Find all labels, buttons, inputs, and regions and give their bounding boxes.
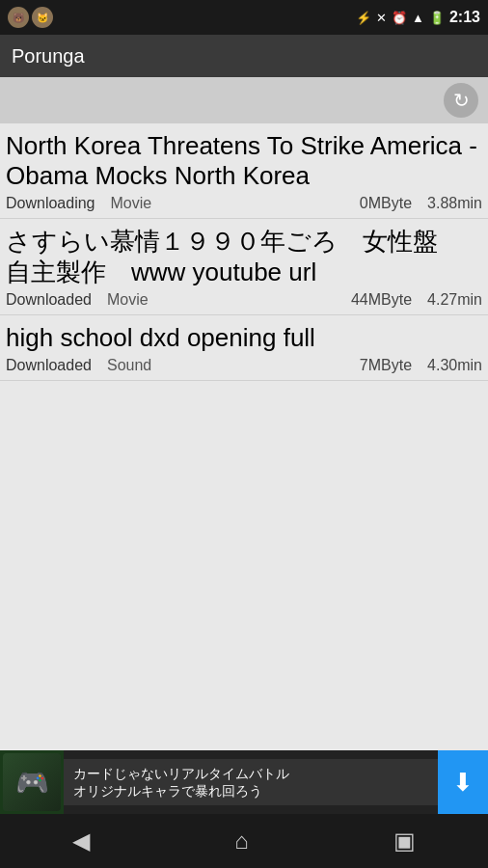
- status-icons: ⚡ ✕ ⏰ ▲ 🔋 2:13: [356, 9, 480, 26]
- recents-icon: ▣: [393, 827, 416, 854]
- item-1-title: North Korea Threatens To Strike America …: [6, 131, 482, 191]
- item-3-title: high school dxd opening full: [6, 323, 482, 353]
- item-3-meta: Downloaded Sound 7MByte 4.30min: [6, 357, 482, 374]
- ad-image: 🎮: [0, 750, 64, 814]
- item-2-duration: 4.27min: [427, 291, 482, 309]
- download-item-1[interactable]: North Korea Threatens To Strike America …: [0, 123, 488, 219]
- ad-download-button[interactable]: ⬇: [438, 750, 488, 814]
- back-button[interactable]: ◀: [53, 818, 109, 864]
- download-item-3[interactable]: high school dxd opening full Downloaded …: [0, 315, 488, 381]
- app-title: Porunga: [12, 45, 85, 68]
- item-1-meta: Downloading Movie 0MByte 3.88min: [6, 195, 482, 212]
- item-1-type: Movie: [111, 195, 152, 212]
- ad-game-icon: 🎮: [3, 753, 61, 811]
- ad-text-area: カードじゃないリアルタイムバトル オリジナルキャラで暴れ回ろう: [64, 759, 438, 805]
- ad-banner[interactable]: 🎮 カードじゃないリアルタイムバトル オリジナルキャラで暴れ回ろう ⬇: [0, 750, 488, 814]
- refresh-area: ↻: [0, 77, 488, 123]
- signal-icon: ✕: [376, 11, 387, 25]
- item-2-status: Downloaded: [6, 291, 92, 309]
- avatar-icons: 🐻 🐱: [8, 7, 53, 28]
- home-button[interactable]: ⌂: [215, 818, 268, 864]
- alarm-icon: ⏰: [392, 11, 407, 25]
- bottom-navigation: ◀ ⌂ ▣: [0, 814, 488, 868]
- battery-icon: 🔋: [429, 11, 445, 25]
- item-3-type: Sound: [107, 357, 151, 374]
- bluetooth-icon: ⚡: [356, 11, 371, 25]
- item-2-type: Movie: [107, 291, 149, 309]
- ad-line-1: カードじゃないリアルタイムバトル: [73, 765, 428, 782]
- clock: 2:13: [449, 9, 480, 26]
- item-2-size: 44MByte: [351, 291, 412, 309]
- download-item-2[interactable]: さすらい慕情１９９０年ごろ 女性盤 自主製作 www youtube url D…: [0, 219, 488, 314]
- item-3-status: Downloaded: [6, 357, 92, 374]
- download-arrow-icon: ⬇: [452, 768, 474, 798]
- recents-button[interactable]: ▣: [374, 818, 435, 864]
- wifi-icon: ▲: [412, 11, 424, 25]
- ad-line-2: オリジナルキャラで暴れ回ろう: [73, 782, 428, 800]
- item-3-duration: 4.30min: [427, 357, 482, 374]
- item-1-status: Downloading: [6, 195, 95, 212]
- status-bar: 🐻 🐱 ⚡ ✕ ⏰ ▲ 🔋 2:13: [0, 0, 488, 35]
- item-1-duration: 3.88min: [427, 195, 482, 212]
- item-2-meta: Downloaded Movie 44MByte 4.27min: [6, 291, 482, 309]
- avatar-1: 🐻: [8, 7, 29, 28]
- item-2-title: さすらい慕情１９９０年ごろ 女性盤 自主製作 www youtube url: [6, 227, 482, 286]
- back-icon: ◀: [72, 827, 90, 854]
- home-icon: ⌂: [234, 827, 249, 854]
- avatar-2: 🐱: [32, 7, 53, 28]
- status-left: 🐻 🐱: [8, 7, 53, 28]
- refresh-button[interactable]: ↻: [444, 83, 478, 118]
- title-bar: Porunga: [0, 35, 488, 77]
- item-3-size: 7MByte: [360, 357, 412, 374]
- content-area: North Korea Threatens To Strike America …: [0, 123, 488, 381]
- item-1-size: 0MByte: [360, 195, 412, 212]
